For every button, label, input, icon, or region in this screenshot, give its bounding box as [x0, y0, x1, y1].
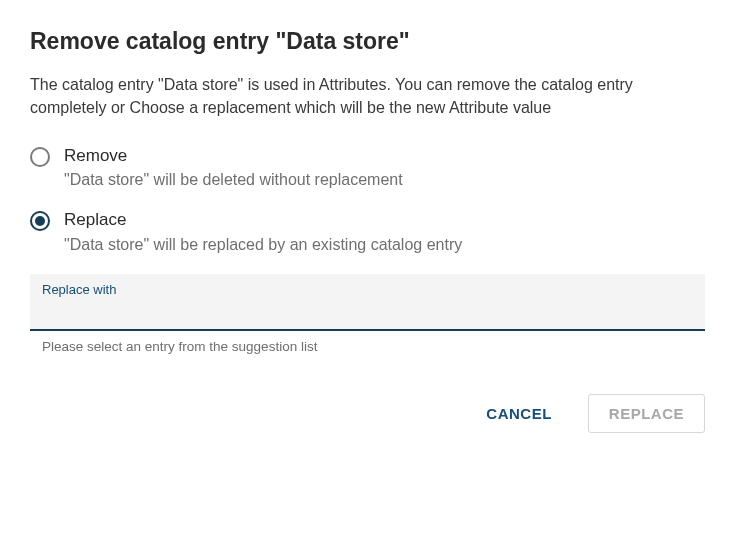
replace-with-input[interactable] [42, 299, 693, 323]
option-replace[interactable]: Replace "Data store" will be replaced by… [30, 209, 705, 253]
dialog-title: Remove catalog entry "Data store" [30, 28, 705, 55]
field-label: Replace with [42, 282, 693, 297]
option-replace-hint: "Data store" will be replaced by an exis… [64, 236, 705, 254]
option-remove-hint: "Data store" will be deleted without rep… [64, 171, 705, 189]
option-replace-label: Replace [64, 209, 705, 231]
option-group: Remove "Data store" will be deleted with… [30, 145, 705, 253]
radio-selected-icon [30, 211, 50, 231]
field-helper-text: Please select an entry from the suggesti… [30, 331, 705, 354]
cancel-button[interactable]: CANCEL [468, 395, 570, 432]
dialog-description: The catalog entry "Data store" is used i… [30, 73, 705, 119]
replace-button[interactable]: REPLACE [588, 394, 705, 433]
option-remove[interactable]: Remove "Data store" will be deleted with… [30, 145, 705, 189]
option-body: Remove "Data store" will be deleted with… [64, 145, 705, 189]
replace-with-field[interactable]: Replace with [30, 274, 705, 331]
option-remove-label: Remove [64, 145, 705, 167]
dialog-actions: CANCEL REPLACE [30, 394, 705, 433]
radio-unselected-icon [30, 147, 50, 167]
remove-catalog-entry-dialog: Remove catalog entry "Data store" The ca… [0, 0, 735, 453]
option-body: Replace "Data store" will be replaced by… [64, 209, 705, 253]
